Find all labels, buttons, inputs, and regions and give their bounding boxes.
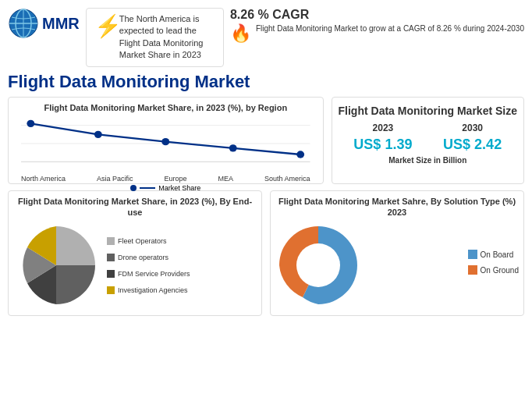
pie-chart-title: Flight Data Monitoring Market Share, in … [13, 196, 257, 218]
market-size-values: US$ 1.39 US$ 2.42 [339, 137, 517, 153]
info-box: ⚡ The North America is expected to lead … [86, 8, 224, 67]
market-size-label: Market Size in Billion [339, 156, 517, 165]
x-label-0: North America [21, 175, 66, 183]
cagr-box: 8.26 % CAGR 🔥 Flight Data Monitoring Mar… [230, 8, 524, 44]
cagr-desc: Flight Data Monitoring Market to grow at… [256, 23, 524, 34]
market-size-title: Flight Data Monitoring Market Size [339, 104, 517, 118]
donut-label-0: On Board [481, 250, 514, 259]
donut-color-1 [468, 265, 477, 275]
page: MMR ⚡ The North America is expected to l… [0, 0, 532, 394]
legend-dot-icon [130, 185, 137, 191]
legend-line-icon [140, 187, 155, 189]
legend-label-1: Drone operators [118, 250, 168, 264]
donut-color-0 [468, 250, 477, 259]
svg-point-7 [27, 120, 34, 127]
x-label-2: Europe [165, 175, 187, 183]
legend-item-3: Investigation Agencies [107, 283, 190, 297]
middle-section: Flight Data Monitoring Market Share, in … [8, 97, 524, 184]
line-chart-box: Flight Data Monitoring Market Share, in … [8, 97, 324, 184]
x-label-3: MEA [218, 175, 234, 183]
lightning-icon: ⚡ [94, 13, 113, 39]
cagr-value: 8.26 % CAGR [230, 8, 309, 22]
legend-label-2: FDM Service Providers [118, 267, 190, 281]
market-value-2023: US$ 1.39 [353, 137, 412, 153]
svg-point-10 [229, 144, 237, 151]
donut-legend-item-0: On Board [468, 250, 519, 259]
bottom-section: Flight Data Monitoring Market Share, in … [8, 190, 524, 317]
legend-color-0 [107, 237, 115, 245]
pie-svg-area [13, 222, 99, 311]
legend-color-2 [107, 270, 115, 278]
legend-label-0: Fleet Operators [118, 234, 167, 248]
svg-point-8 [94, 131, 102, 138]
donut-content: On Board On Ground [275, 222, 519, 308]
chart-legend: Market Share [21, 184, 310, 192]
market-size-box: Flight Data Monitoring Market Size 2023 … [332, 97, 524, 184]
pie-chart-svg [13, 222, 99, 308]
pie-content: Fleet Operators Drone operators FDM Serv… [13, 222, 257, 311]
donut-legend: On Board On Ground [468, 250, 519, 281]
market-size-years: 2023 2030 [339, 122, 517, 133]
donut-label-1: On Ground [481, 266, 519, 275]
svg-point-13 [296, 243, 340, 287]
line-chart-svg [21, 116, 310, 171]
x-axis-labels: North America Asia Pacific Europe MEA So… [21, 175, 310, 183]
svg-point-11 [296, 151, 304, 158]
legend-label: Market Share [158, 184, 200, 192]
pie-chart-box: Flight Data Monitoring Market Share, in … [8, 190, 262, 317]
legend-color-3 [107, 286, 115, 294]
svg-point-9 [161, 138, 169, 145]
logo-text: MMR [42, 15, 80, 33]
info-text: The North America is expected to lead th… [119, 13, 215, 62]
legend-item-1: Drone operators [107, 250, 190, 264]
pie-legend: Fleet Operators Drone operators FDM Serv… [107, 234, 190, 300]
logo-area: MMR [8, 8, 80, 39]
year-2023: 2023 [373, 122, 394, 133]
donut-chart-svg [275, 222, 361, 308]
x-label-1: Asia Pacific [97, 175, 133, 183]
donut-legend-item-1: On Ground [468, 265, 519, 275]
legend-color-1 [107, 254, 115, 261]
fire-icon: 🔥 [230, 23, 251, 44]
legend-label-3: Investigation Agencies [118, 283, 188, 297]
top-section: MMR ⚡ The North America is expected to l… [8, 8, 524, 67]
year-2030: 2030 [462, 122, 483, 133]
legend-item-2: FDM Service Providers [107, 267, 190, 281]
line-chart-title: Flight Data Monitoring Market Share, in … [13, 102, 318, 113]
main-title: Flight Data Monitoring Market [8, 72, 524, 92]
line-chart-area: North America Asia Pacific Europe MEA So… [21, 116, 310, 179]
market-value-2030: US$ 2.42 [443, 137, 502, 153]
globe-icon [8, 8, 39, 39]
legend-item-0: Fleet Operators [107, 234, 190, 248]
donut-chart-title: Flight Data Monitoring Market Sahre, By … [275, 196, 519, 218]
cagr-info-row: 🔥 Flight Data Monitoring Market to grow … [230, 23, 524, 44]
x-label-4: South America [264, 175, 310, 183]
donut-chart-box: Flight Data Monitoring Market Sahre, By … [270, 190, 524, 317]
